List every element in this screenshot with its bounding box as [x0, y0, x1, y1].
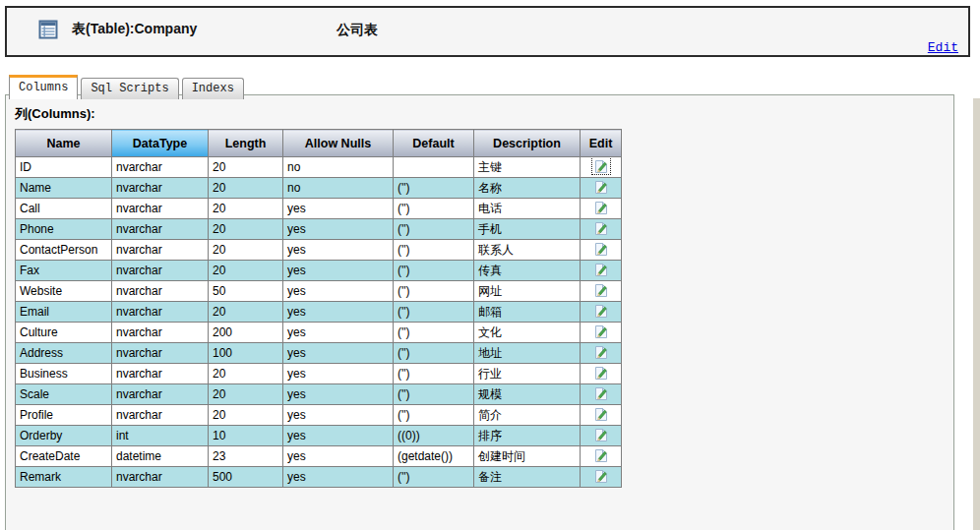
cell-length: 100 [209, 343, 283, 364]
edit-cell [581, 302, 622, 323]
edit-row-icon[interactable] [592, 446, 610, 463]
cell-name: Culture [16, 323, 112, 343]
table-row: IDnvarchar20no主键 [16, 157, 622, 178]
edit-row-icon[interactable] [592, 343, 610, 360]
cell-length: 23 [209, 446, 283, 467]
cell-allow_nulls: yes [283, 323, 394, 343]
table-row: Scalenvarchar20yes('')规模 [16, 384, 622, 405]
edit-row-icon[interactable] [592, 467, 610, 484]
cell-length: 20 [209, 157, 283, 178]
edit-cell [581, 343, 622, 364]
edit-cell [581, 178, 622, 199]
cell-datatype: nvarchar [112, 384, 209, 405]
cell-description: 电话 [474, 199, 581, 219]
column-header-default: Default [394, 130, 474, 157]
edit-row-icon[interactable] [592, 302, 610, 319]
cell-name: Call [16, 199, 112, 219]
cell-description: 文化 [474, 323, 581, 343]
tab-indexs[interactable]: Indexs [182, 78, 244, 99]
table-header-panel: 表(Table):Company 公司表 Edit [5, 6, 970, 57]
edit-cell [581, 384, 622, 405]
cell-default: ('') [394, 405, 474, 426]
tab-columns[interactable]: Columns [9, 75, 78, 99]
cell-length: 20 [209, 302, 283, 323]
edit-table-link[interactable]: Edit [928, 40, 958, 55]
cell-description: 联系人 [474, 240, 581, 261]
cell-allow_nulls: yes [283, 240, 394, 261]
cell-allow_nulls: no [283, 178, 394, 199]
page-title: 表(Table):Company [72, 21, 197, 38]
cell-default: ('') [394, 323, 474, 343]
cell-default: ('') [394, 178, 474, 199]
cell-name: ID [16, 157, 112, 178]
cell-description: 简介 [474, 405, 581, 426]
edit-row-icon[interactable] [592, 426, 610, 442]
edit-cell [581, 323, 622, 343]
table-row: Addressnvarchar100yes('')地址 [16, 343, 622, 364]
cell-allow_nulls: yes [283, 405, 394, 426]
edit-cell [581, 446, 622, 467]
cell-datatype: nvarchar [112, 302, 209, 323]
cell-default: ('') [394, 302, 474, 323]
edit-row-icon[interactable] [592, 240, 610, 257]
table-row: Profilenvarchar20yes('')简介 [16, 405, 622, 426]
columns-tab-panel: 列(Columns): NameDataTypeLengthAllow Null… [5, 94, 954, 530]
cell-name: Orderby [16, 426, 112, 446]
cell-length: 20 [209, 405, 283, 426]
cell-datatype: nvarchar [112, 178, 209, 199]
edit-row-icon[interactable] [592, 157, 610, 174]
edit-row-icon[interactable] [592, 261, 610, 277]
table-row: Orderbyint10yes((0))排序 [16, 426, 622, 446]
cell-allow_nulls: yes [283, 261, 394, 281]
window-edge-strip [973, 98, 980, 530]
edit-row-icon[interactable] [592, 219, 610, 236]
cell-name: Profile [16, 405, 112, 426]
cell-default: ((0)) [394, 426, 474, 446]
cell-length: 20 [209, 178, 283, 199]
cell-length: 200 [209, 323, 283, 343]
cell-length: 20 [209, 219, 283, 240]
table-row: Emailnvarchar20yes('')邮箱 [16, 302, 622, 323]
cell-default: ('') [394, 240, 474, 261]
cell-description: 主键 [474, 157, 581, 178]
cell-datatype: nvarchar [112, 240, 209, 261]
cell-length: 20 [209, 199, 283, 219]
cell-name: Business [16, 364, 112, 384]
cell-datatype: nvarchar [112, 281, 209, 302]
table-row: Namenvarchar20no('')名称 [16, 178, 622, 199]
edit-row-icon[interactable] [592, 405, 610, 422]
cell-datatype: int [112, 426, 209, 446]
edit-row-icon[interactable] [592, 281, 610, 298]
column-header-allow-nulls: Allow Nulls [283, 130, 394, 157]
edit-cell [581, 405, 622, 426]
cell-description: 备注 [474, 467, 581, 488]
column-header-edit: Edit [581, 130, 622, 157]
cell-name: Name [16, 178, 112, 199]
tab-sql-scripts[interactable]: Sql Scripts [81, 78, 178, 99]
edit-cell [581, 219, 622, 240]
edit-cell [581, 199, 622, 219]
edit-cell [581, 281, 622, 302]
cell-length: 500 [209, 467, 283, 488]
cell-datatype: nvarchar [112, 219, 209, 240]
tab-strip: Columns Sql Scripts Indexs [9, 75, 244, 99]
cell-length: 10 [209, 426, 283, 446]
table-description: 公司表 [337, 22, 378, 39]
cell-length: 20 [209, 384, 283, 405]
cell-default [394, 157, 474, 178]
edit-cell [581, 157, 622, 178]
cell-default: ('') [394, 281, 474, 302]
cell-length: 20 [209, 240, 283, 261]
edit-row-icon[interactable] [592, 178, 610, 195]
cell-default: ('') [394, 199, 474, 219]
edit-cell [581, 261, 622, 281]
edit-row-icon[interactable] [592, 323, 610, 339]
cell-default: ('') [394, 261, 474, 281]
cell-default: ('') [394, 364, 474, 384]
table-icon [38, 20, 58, 39]
edit-row-icon[interactable] [592, 199, 610, 215]
edit-row-icon[interactable] [592, 384, 610, 401]
cell-description: 地址 [474, 343, 581, 364]
cell-description: 邮箱 [474, 302, 581, 323]
edit-row-icon[interactable] [592, 364, 610, 381]
